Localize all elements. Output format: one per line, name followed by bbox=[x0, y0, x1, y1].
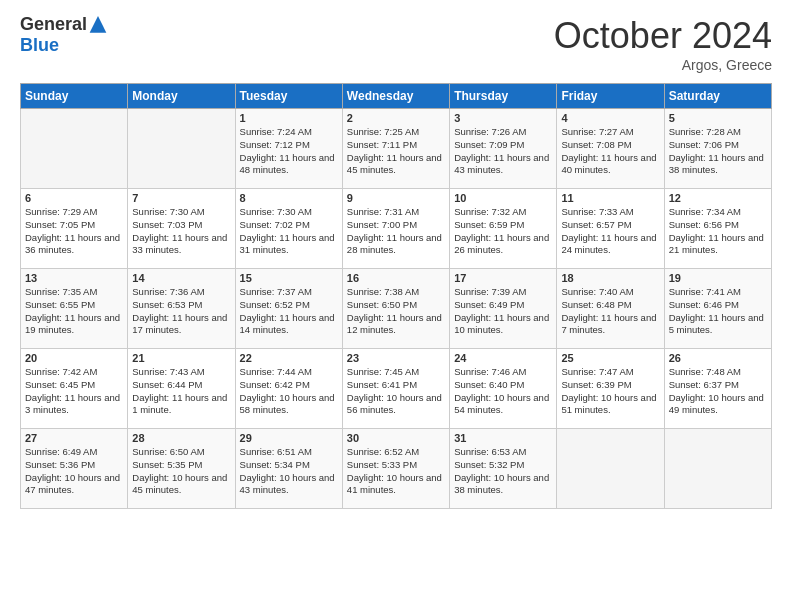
day-info: Sunrise: 7:32 AM Sunset: 6:59 PM Dayligh… bbox=[454, 206, 552, 257]
calendar-week-row: 27Sunrise: 6:49 AM Sunset: 5:36 PM Dayli… bbox=[21, 429, 772, 509]
day-number: 25 bbox=[561, 352, 659, 364]
logo-blue-label: Blue bbox=[20, 36, 107, 56]
day-info: Sunrise: 7:43 AM Sunset: 6:44 PM Dayligh… bbox=[132, 366, 230, 417]
calendar-cell: 5Sunrise: 7:28 AM Sunset: 7:06 PM Daylig… bbox=[664, 109, 771, 189]
calendar-cell: 6Sunrise: 7:29 AM Sunset: 7:05 PM Daylig… bbox=[21, 189, 128, 269]
day-info: Sunrise: 6:49 AM Sunset: 5:36 PM Dayligh… bbox=[25, 446, 123, 497]
calendar-cell: 23Sunrise: 7:45 AM Sunset: 6:41 PM Dayli… bbox=[342, 349, 449, 429]
day-number: 15 bbox=[240, 272, 338, 284]
calendar-cell: 10Sunrise: 7:32 AM Sunset: 6:59 PM Dayli… bbox=[450, 189, 557, 269]
day-info: Sunrise: 7:41 AM Sunset: 6:46 PM Dayligh… bbox=[669, 286, 767, 337]
day-info: Sunrise: 7:28 AM Sunset: 7:06 PM Dayligh… bbox=[669, 126, 767, 177]
day-number: 1 bbox=[240, 112, 338, 124]
calendar-week-row: 20Sunrise: 7:42 AM Sunset: 6:45 PM Dayli… bbox=[21, 349, 772, 429]
day-info: Sunrise: 7:30 AM Sunset: 7:03 PM Dayligh… bbox=[132, 206, 230, 257]
calendar-cell: 4Sunrise: 7:27 AM Sunset: 7:08 PM Daylig… bbox=[557, 109, 664, 189]
calendar-cell: 31Sunrise: 6:53 AM Sunset: 5:32 PM Dayli… bbox=[450, 429, 557, 509]
calendar-cell: 27Sunrise: 6:49 AM Sunset: 5:36 PM Dayli… bbox=[21, 429, 128, 509]
calendar-cell bbox=[21, 109, 128, 189]
day-number: 6 bbox=[25, 192, 123, 204]
calendar-cell bbox=[128, 109, 235, 189]
month-title: October 2024 bbox=[554, 15, 772, 57]
calendar-cell: 22Sunrise: 7:44 AM Sunset: 6:42 PM Dayli… bbox=[235, 349, 342, 429]
calendar-table: SundayMondayTuesdayWednesdayThursdayFrid… bbox=[20, 83, 772, 509]
day-info: Sunrise: 7:44 AM Sunset: 6:42 PM Dayligh… bbox=[240, 366, 338, 417]
day-info: Sunrise: 7:38 AM Sunset: 6:50 PM Dayligh… bbox=[347, 286, 445, 337]
calendar-cell: 26Sunrise: 7:48 AM Sunset: 6:37 PM Dayli… bbox=[664, 349, 771, 429]
day-info: Sunrise: 7:46 AM Sunset: 6:40 PM Dayligh… bbox=[454, 366, 552, 417]
logo-text: General Blue bbox=[20, 15, 107, 56]
day-info: Sunrise: 7:30 AM Sunset: 7:02 PM Dayligh… bbox=[240, 206, 338, 257]
day-number: 19 bbox=[669, 272, 767, 284]
day-info: Sunrise: 6:51 AM Sunset: 5:34 PM Dayligh… bbox=[240, 446, 338, 497]
col-header-saturday: Saturday bbox=[664, 84, 771, 109]
calendar-cell: 17Sunrise: 7:39 AM Sunset: 6:49 PM Dayli… bbox=[450, 269, 557, 349]
calendar-cell: 14Sunrise: 7:36 AM Sunset: 6:53 PM Dayli… bbox=[128, 269, 235, 349]
col-header-friday: Friday bbox=[557, 84, 664, 109]
day-number: 30 bbox=[347, 432, 445, 444]
page: General Blue October 2024 Argos, Greece … bbox=[0, 0, 792, 612]
calendar-cell: 8Sunrise: 7:30 AM Sunset: 7:02 PM Daylig… bbox=[235, 189, 342, 269]
calendar-week-row: 13Sunrise: 7:35 AM Sunset: 6:55 PM Dayli… bbox=[21, 269, 772, 349]
calendar-cell: 1Sunrise: 7:24 AM Sunset: 7:12 PM Daylig… bbox=[235, 109, 342, 189]
calendar-week-row: 6Sunrise: 7:29 AM Sunset: 7:05 PM Daylig… bbox=[21, 189, 772, 269]
day-number: 26 bbox=[669, 352, 767, 364]
col-header-tuesday: Tuesday bbox=[235, 84, 342, 109]
calendar-cell: 13Sunrise: 7:35 AM Sunset: 6:55 PM Dayli… bbox=[21, 269, 128, 349]
logo: General Blue bbox=[20, 15, 107, 56]
day-number: 13 bbox=[25, 272, 123, 284]
logo-triangle-icon bbox=[89, 16, 107, 36]
day-number: 17 bbox=[454, 272, 552, 284]
calendar-cell: 2Sunrise: 7:25 AM Sunset: 7:11 PM Daylig… bbox=[342, 109, 449, 189]
calendar-cell bbox=[557, 429, 664, 509]
day-number: 22 bbox=[240, 352, 338, 364]
day-number: 16 bbox=[347, 272, 445, 284]
day-number: 14 bbox=[132, 272, 230, 284]
calendar-cell: 21Sunrise: 7:43 AM Sunset: 6:44 PM Dayli… bbox=[128, 349, 235, 429]
day-info: Sunrise: 7:39 AM Sunset: 6:49 PM Dayligh… bbox=[454, 286, 552, 337]
day-info: Sunrise: 7:31 AM Sunset: 7:00 PM Dayligh… bbox=[347, 206, 445, 257]
day-info: Sunrise: 7:27 AM Sunset: 7:08 PM Dayligh… bbox=[561, 126, 659, 177]
day-info: Sunrise: 6:53 AM Sunset: 5:32 PM Dayligh… bbox=[454, 446, 552, 497]
day-number: 10 bbox=[454, 192, 552, 204]
calendar-cell: 7Sunrise: 7:30 AM Sunset: 7:03 PM Daylig… bbox=[128, 189, 235, 269]
col-header-sunday: Sunday bbox=[21, 84, 128, 109]
day-number: 23 bbox=[347, 352, 445, 364]
day-number: 7 bbox=[132, 192, 230, 204]
calendar-cell: 20Sunrise: 7:42 AM Sunset: 6:45 PM Dayli… bbox=[21, 349, 128, 429]
day-number: 9 bbox=[347, 192, 445, 204]
day-number: 31 bbox=[454, 432, 552, 444]
day-info: Sunrise: 7:45 AM Sunset: 6:41 PM Dayligh… bbox=[347, 366, 445, 417]
day-number: 3 bbox=[454, 112, 552, 124]
day-info: Sunrise: 6:50 AM Sunset: 5:35 PM Dayligh… bbox=[132, 446, 230, 497]
logo-general-label: General bbox=[20, 14, 87, 34]
calendar-cell: 29Sunrise: 6:51 AM Sunset: 5:34 PM Dayli… bbox=[235, 429, 342, 509]
day-info: Sunrise: 7:24 AM Sunset: 7:12 PM Dayligh… bbox=[240, 126, 338, 177]
calendar-cell: 9Sunrise: 7:31 AM Sunset: 7:00 PM Daylig… bbox=[342, 189, 449, 269]
day-number: 11 bbox=[561, 192, 659, 204]
calendar-cell: 18Sunrise: 7:40 AM Sunset: 6:48 PM Dayli… bbox=[557, 269, 664, 349]
calendar-cell: 15Sunrise: 7:37 AM Sunset: 6:52 PM Dayli… bbox=[235, 269, 342, 349]
calendar-cell: 25Sunrise: 7:47 AM Sunset: 6:39 PM Dayli… bbox=[557, 349, 664, 429]
day-number: 24 bbox=[454, 352, 552, 364]
calendar-cell: 19Sunrise: 7:41 AM Sunset: 6:46 PM Dayli… bbox=[664, 269, 771, 349]
day-number: 12 bbox=[669, 192, 767, 204]
calendar-cell: 11Sunrise: 7:33 AM Sunset: 6:57 PM Dayli… bbox=[557, 189, 664, 269]
day-number: 27 bbox=[25, 432, 123, 444]
day-number: 28 bbox=[132, 432, 230, 444]
calendar-header-row: SundayMondayTuesdayWednesdayThursdayFrid… bbox=[21, 84, 772, 109]
day-info: Sunrise: 7:42 AM Sunset: 6:45 PM Dayligh… bbox=[25, 366, 123, 417]
day-info: Sunrise: 7:34 AM Sunset: 6:56 PM Dayligh… bbox=[669, 206, 767, 257]
day-number: 20 bbox=[25, 352, 123, 364]
day-number: 18 bbox=[561, 272, 659, 284]
col-header-monday: Monday bbox=[128, 84, 235, 109]
calendar-cell: 12Sunrise: 7:34 AM Sunset: 6:56 PM Dayli… bbox=[664, 189, 771, 269]
day-info: Sunrise: 7:26 AM Sunset: 7:09 PM Dayligh… bbox=[454, 126, 552, 177]
calendar-cell bbox=[664, 429, 771, 509]
col-header-thursday: Thursday bbox=[450, 84, 557, 109]
day-number: 29 bbox=[240, 432, 338, 444]
day-number: 5 bbox=[669, 112, 767, 124]
day-info: Sunrise: 7:48 AM Sunset: 6:37 PM Dayligh… bbox=[669, 366, 767, 417]
location: Argos, Greece bbox=[554, 57, 772, 73]
day-info: Sunrise: 6:52 AM Sunset: 5:33 PM Dayligh… bbox=[347, 446, 445, 497]
